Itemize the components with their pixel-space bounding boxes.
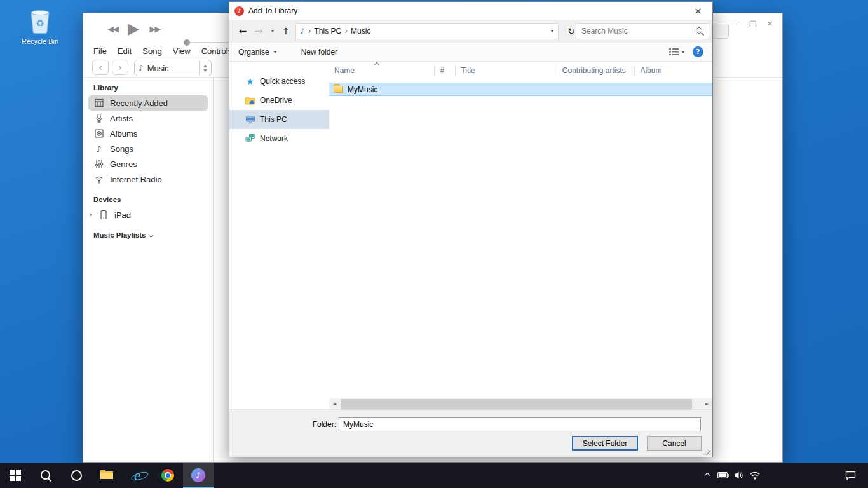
action-center-button[interactable] [836,463,864,488]
nav-item-network[interactable]: Network [229,129,329,148]
sidebar-item-internet-radio[interactable]: Internet Radio [88,172,208,187]
file-explorer-button[interactable] [92,463,122,488]
media-selector-value: Music [147,64,199,73]
forward-button[interactable]: › [112,60,128,75]
sidebar-item-genres[interactable]: Genres [88,156,208,172]
search-input[interactable] [576,27,696,36]
forward-button[interactable]: → [251,20,266,43]
itunes-playback-controls: ◀◀ ▶ ▶▶ [107,20,159,37]
sidebar-item-songs[interactable]: ♪ Songs [88,141,208,156]
up-button[interactable]: ↑ [279,20,293,43]
music-playlists-header[interactable]: Music Playlists [93,231,213,239]
column-name[interactable]: Name [329,64,435,77]
breadcrumb-separator-icon: › [344,27,348,36]
sidebar-item-albums[interactable]: Albums [88,126,208,141]
resize-grip[interactable] [703,448,710,455]
back-button[interactable]: ‹ [92,60,109,75]
chevron-down-icon [203,69,207,72]
change-view-button[interactable] [669,48,685,56]
recycle-bin-icon: ♻ [25,27,55,36]
breadcrumb-separator-icon: › [308,27,311,36]
disclosure-chevron-icon[interactable] [90,213,92,217]
nav-item-label: Quick access [260,77,305,86]
nav-item-quick-access[interactable]: ★ Quick access [229,72,329,91]
dialog-navigation-bar: ← → ↑ ♪ › This PC › Music ↻ [229,20,712,43]
file-list: Name # Title Contributing artists Album … [329,62,712,409]
fast-forward-button[interactable]: ▶▶ [149,24,159,34]
search-box[interactable] [576,23,709,39]
cortana-button[interactable] [61,463,92,488]
column-number[interactable]: # [435,64,456,77]
volume-icon[interactable] [731,463,747,488]
computer-icon [245,114,255,125]
cancel-button[interactable]: Cancel [647,436,702,451]
column-album[interactable]: Album [635,64,712,77]
scroll-right-icon[interactable]: ► [702,398,712,409]
album-icon [93,128,104,139]
chevron-down-icon [271,30,275,32]
scrollbar-track[interactable] [340,398,702,409]
back-button[interactable]: ← [234,20,251,43]
organise-button[interactable]: Organise [238,48,277,57]
sidebar-item-label: Albums [110,129,137,139]
play-button[interactable]: ▶ [128,20,139,37]
chrome-button[interactable] [153,463,183,488]
battery-icon[interactable] [715,463,731,488]
taskbar: e ♪ [0,463,868,488]
wifi-icon[interactable] [747,463,763,488]
media-type-selector[interactable]: ♪ Music [134,60,212,76]
recycle-bin-label: Recycle Bin [17,37,64,45]
rewind-button[interactable]: ◀◀ [107,24,118,34]
address-dropdown-icon[interactable] [550,30,554,32]
start-button[interactable] [0,463,31,488]
horizontal-scrollbar[interactable]: ◄ ► [329,398,712,409]
music-folder-icon: ♪ [300,27,305,36]
minimize-button[interactable]: – [735,18,740,28]
address-bar[interactable]: ♪ › This PC › Music [295,23,559,39]
recent-locations-dropdown[interactable] [268,20,278,43]
select-folder-button[interactable]: Select Folder [572,436,638,451]
desktop-background: ♻ Recycle Bin ◀◀ ▶ ▶▶ – □ × File Edit So… [0,0,868,488]
itunes-taskbar-button[interactable]: ♪ [183,463,214,488]
folder-name-input[interactable] [339,417,701,431]
sidebar-item-label: iPad [114,210,131,220]
scrollbar-thumb[interactable] [341,399,692,409]
ipad-icon [98,210,109,220]
scroll-left-icon[interactable]: ◄ [329,398,340,409]
search-icon[interactable] [696,27,704,36]
itunes-app-icon: ♪ [234,6,244,16]
menu-view[interactable]: View [173,46,191,56]
navigation-pane: ★ Quick access OneDrive This PC Network [229,62,329,409]
file-row-mymusic[interactable]: MyMusic [329,83,712,96]
new-folder-button[interactable]: New folder [301,48,337,57]
breadcrumb-music[interactable]: Music [351,27,370,36]
media-selector-stepper[interactable] [199,60,211,76]
close-button[interactable]: × [766,18,773,28]
recycle-bin[interactable]: ♻ Recycle Bin [17,5,64,45]
help-button[interactable]: ? [693,46,703,57]
nav-item-onedrive[interactable]: OneDrive [229,91,329,110]
itunes-window-controls: – □ × [735,18,773,28]
show-hidden-icons-button[interactable] [699,463,715,488]
column-title[interactable]: Title [456,64,557,77]
internet-explorer-button[interactable]: e [122,463,153,488]
maximize-button[interactable]: □ [749,18,757,28]
sidebar-item-artists[interactable]: Artists [88,111,208,126]
radio-broadcast-icon [93,174,104,184]
breadcrumb-this-pc[interactable]: This PC [314,27,341,36]
menu-controls[interactable]: Controls [201,46,232,56]
devices-header: Devices [93,196,213,203]
menu-file[interactable]: File [93,46,107,56]
menu-edit[interactable]: Edit [118,46,132,56]
faders-icon [93,159,104,169]
sidebar-item-label: Songs [110,144,133,154]
close-icon[interactable]: × [684,2,712,20]
column-contributing-artists[interactable]: Contributing artists [557,64,635,77]
nav-item-this-pc[interactable]: This PC [229,110,329,129]
sidebar-item-ipad[interactable]: iPad [88,207,208,222]
taskbar-search-button[interactable] [31,463,61,488]
sidebar-item-recently-added[interactable]: Recently Added [88,95,208,111]
volume-slider[interactable] [185,42,229,43]
dialog-titlebar[interactable]: ♪ Add To Library × [229,2,712,20]
menu-song[interactable]: Song [142,46,161,56]
